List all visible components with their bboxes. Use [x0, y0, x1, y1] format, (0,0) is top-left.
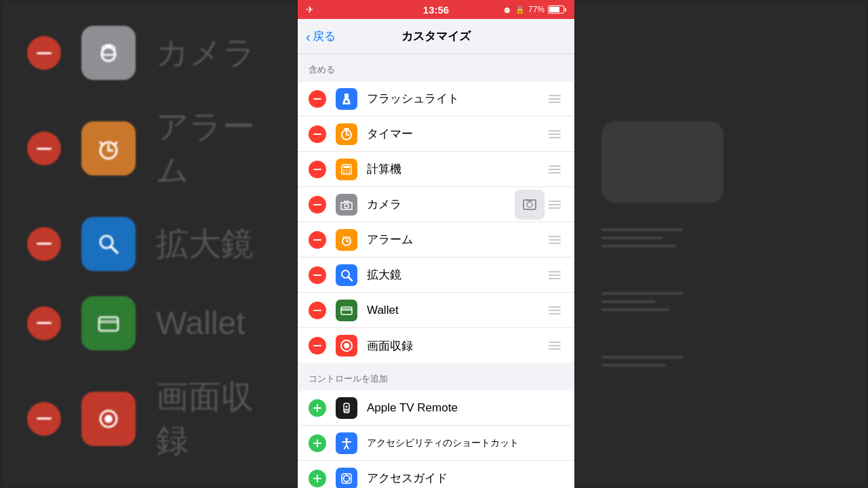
bg-text-camera: カメラ: [156, 31, 256, 75]
bg-icon-alarm: [81, 121, 136, 176]
svg-point-32: [527, 202, 532, 207]
back-label: 戻る: [313, 28, 336, 44]
bg-text-alarm: アラーム: [156, 105, 271, 192]
bg-minus-alarm: [27, 131, 61, 165]
bg-item-alarm: アラーム: [27, 105, 271, 192]
svg-rect-31: [524, 200, 536, 209]
drag-line: [549, 201, 561, 202]
bg-icon-magnifier: [81, 217, 136, 271]
guided-label: アクセスガイド: [367, 470, 564, 486]
battery-body: [548, 5, 564, 14]
list-item-accessibility: アクセシビリティのショートカット: [298, 426, 574, 461]
magnifier-icon: [336, 264, 357, 286]
appletv-icon: [336, 397, 357, 419]
main-panel: ✈ 13:56 ⏰ 🔒 77% ‹ 戻る カスタマイズ 含める: [298, 0, 574, 488]
list-item-wallet: Wallet: [298, 293, 574, 328]
camera-drag-handle[interactable]: [546, 198, 564, 211]
alarm-icon: [336, 229, 357, 251]
list-item-calculator: 計算機: [298, 152, 574, 187]
bg-icon-screenrecord: [81, 392, 136, 446]
bg-icon-wallet: [81, 296, 136, 350]
drag-line: [549, 243, 561, 244]
remove-timer-button[interactable]: [309, 125, 326, 143]
drag-line: [549, 271, 561, 272]
remove-calculator-button[interactable]: [309, 161, 326, 178]
flashlight-drag-handle[interactable]: [546, 92, 564, 106]
svg-rect-57: [344, 476, 349, 481]
bg-right: [574, 0, 868, 488]
add-icon: [313, 474, 321, 483]
remove-screenrecord-button[interactable]: [309, 337, 326, 354]
bg-minus-camera: [27, 36, 61, 70]
battery-fill: [549, 7, 559, 12]
add-guided-button[interactable]: [309, 470, 326, 487]
flashlight-label: フラッシュライト: [367, 91, 546, 106]
remove-camera-button[interactable]: [309, 196, 326, 214]
magnifier-label: 拡大鏡: [367, 267, 546, 283]
bg-minus-screenrecord: [27, 402, 61, 436]
add-controls-list: Apple TV Remote アクセシビリティのショートカット: [298, 390, 574, 488]
calculator-drag-handle[interactable]: [546, 163, 564, 176]
list-item-screenrecord: 画面収録: [298, 328, 574, 363]
svg-point-29: [349, 171, 350, 173]
scroll-content[interactable]: 含める フラッシュライト: [298, 54, 574, 488]
status-time: 13:56: [423, 4, 449, 16]
svg-point-17: [345, 100, 348, 103]
drag-line: [549, 236, 561, 237]
bg-text-wallet: Wallet: [156, 304, 245, 342]
add-accessibility-button[interactable]: [309, 434, 326, 452]
drag-line: [549, 278, 561, 279]
battery-icon: [548, 5, 566, 14]
remove-flashlight-button[interactable]: [309, 90, 326, 108]
drag-line: [549, 342, 561, 343]
appletv-label: Apple TV Remote: [367, 401, 564, 415]
svg-line-6: [100, 142, 103, 145]
bg-line: [601, 308, 669, 311]
bg-line: [601, 237, 663, 239]
airplane-icon: ✈: [306, 4, 314, 15]
alarm-drag-handle[interactable]: [546, 233, 564, 247]
bg-text-magnifier: 拡大鏡: [156, 222, 254, 266]
drag-line: [549, 95, 561, 96]
drag-line: [549, 134, 561, 135]
svg-rect-11: [99, 320, 118, 323]
drag-line: [549, 313, 561, 314]
drag-line: [549, 172, 561, 174]
guided-icon: [336, 468, 357, 489]
list-item-camera: カメラ: [298, 187, 574, 222]
add-appletv-button[interactable]: [309, 399, 326, 417]
back-button[interactable]: ‹ 戻る: [306, 28, 336, 44]
svg-point-48: [346, 405, 348, 407]
timer-icon: [336, 123, 357, 145]
screenrecord-label: 画面収録: [367, 338, 546, 354]
remove-magnifier-button[interactable]: [309, 266, 326, 284]
wallet-drag-handle[interactable]: [546, 304, 564, 317]
status-bar: ✈ 13:56 ⏰ 🔒 77%: [298, 0, 574, 19]
drag-line: [549, 204, 561, 205]
accessibility-icon: [336, 432, 357, 454]
battery-percent: 77%: [528, 5, 545, 14]
timer-drag-handle[interactable]: [546, 127, 564, 141]
add-controls-section-header: コントロールを追加: [298, 363, 574, 390]
remove-wallet-button[interactable]: [309, 302, 326, 319]
svg-point-28: [346, 171, 347, 173]
drag-line: [549, 239, 561, 241]
bg-lines-1: [601, 228, 683, 247]
add-icon: [313, 439, 321, 447]
included-section-header: 含める: [298, 54, 574, 81]
drag-line: [549, 102, 561, 103]
camera-icon: [336, 194, 357, 216]
list-item-appletv: Apple TV Remote: [298, 390, 574, 426]
svg-rect-41: [341, 307, 352, 314]
drag-line: [549, 345, 561, 346]
drag-line: [549, 137, 561, 138]
camera-overlay-button[interactable]: [515, 190, 545, 220]
bg-text-screenrecord: 画面収録: [156, 375, 271, 462]
nav-title: カスタマイズ: [401, 28, 471, 44]
remove-alarm-button[interactable]: [309, 231, 326, 249]
screenrecord-drag-handle[interactable]: [546, 339, 564, 352]
list-item-magnifier: 拡大鏡: [298, 258, 574, 293]
drag-line: [549, 310, 561, 311]
bg-item-wallet: Wallet: [27, 296, 271, 350]
magnifier-drag-handle[interactable]: [546, 268, 564, 282]
